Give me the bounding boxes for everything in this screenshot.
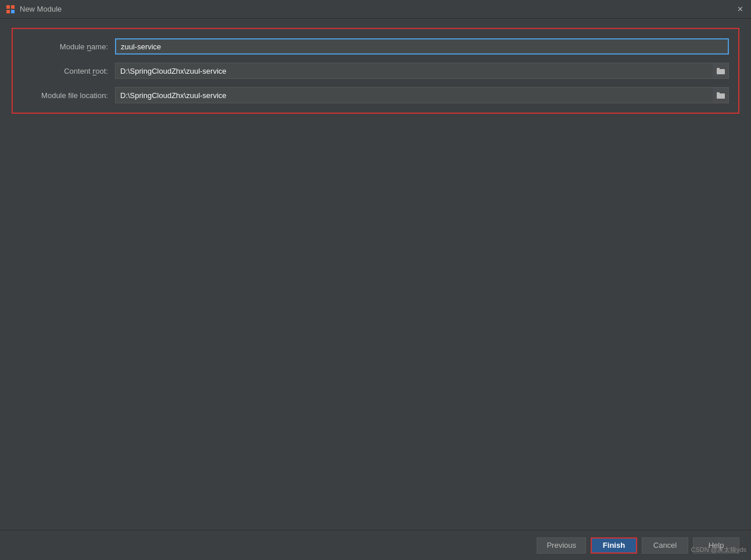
svg-rect-6: [717, 93, 725, 99]
svg-rect-2: [6, 10, 10, 13]
module-name-label: Module n̲ame:: [22, 42, 115, 51]
module-file-location-label: Module file location:: [22, 91, 115, 100]
dialog-title: New Module: [20, 5, 62, 13]
svg-rect-3: [11, 10, 15, 13]
svg-rect-0: [6, 5, 10, 9]
folder-icon-2: [717, 92, 725, 99]
cancel-button[interactable]: Cancel: [642, 537, 688, 554]
folder-icon: [717, 67, 725, 74]
content-root-row: Content r̲oot:: [22, 63, 729, 79]
title-bar-left: New Module: [6, 5, 62, 14]
module-icon: [6, 5, 15, 14]
svg-rect-5: [717, 68, 720, 70]
module-name-input-wrapper: [115, 38, 729, 55]
content-root-field-group: [115, 63, 729, 79]
dialog-body: Module n̲ame: Content r̲oot:: [0, 19, 751, 135]
module-file-location-input[interactable]: [115, 87, 713, 103]
form-section: Module n̲ame: Content r̲oot:: [12, 28, 739, 114]
content-root-input[interactable]: [115, 63, 713, 79]
finish-button[interactable]: Finish: [591, 537, 637, 554]
previous-button[interactable]: Previous: [537, 537, 586, 554]
module-file-location-browse-button[interactable]: [713, 87, 729, 103]
module-file-location-row: Module file location:: [22, 87, 729, 103]
svg-rect-4: [717, 69, 725, 74]
module-file-location-input-wrapper: [115, 87, 729, 103]
help-button[interactable]: Help: [693, 537, 739, 554]
module-file-location-field-group: [115, 87, 729, 103]
content-root-browse-button[interactable]: [713, 63, 729, 79]
content-root-label: Content r̲oot:: [22, 67, 115, 75]
title-bar: New Module ×: [0, 0, 751, 19]
svg-rect-7: [717, 92, 720, 94]
content-root-input-wrapper: [115, 63, 729, 79]
button-bar: Previous Finish Cancel Help: [0, 530, 751, 560]
close-button[interactable]: ×: [735, 3, 745, 15]
svg-rect-1: [11, 5, 15, 9]
module-name-row: Module n̲ame:: [22, 38, 729, 55]
module-name-input[interactable]: [115, 38, 729, 55]
